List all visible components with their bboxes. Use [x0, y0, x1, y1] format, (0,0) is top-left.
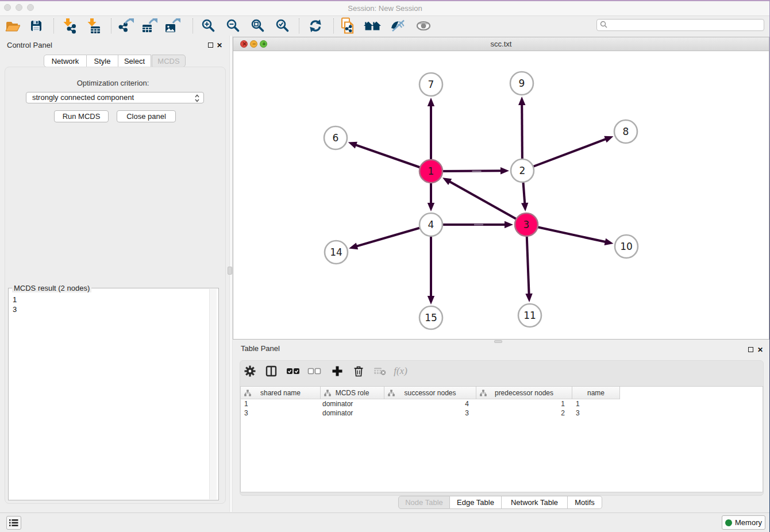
clone-network-icon[interactable] — [338, 17, 357, 34]
deselect-all-icon[interactable] — [306, 363, 323, 380]
open-session-icon[interactable] — [3, 17, 22, 34]
table-panel-close-icon[interactable]: ✕ — [757, 347, 763, 353]
optimization-criterion-label: Optimization criterion: — [0, 79, 226, 87]
control-panel-title: Control Panel — [7, 41, 52, 49]
table-row[interactable]: 3dominator323 — [241, 408, 763, 418]
column-label: predecessor nodes — [495, 389, 553, 397]
graph-edge-arrowhead — [428, 296, 434, 304]
function-builder-icon[interactable]: f(x) — [392, 363, 409, 380]
graph-edge-arrowhead — [505, 221, 513, 228]
toolbar-separator — [53, 18, 54, 33]
close-window-button[interactable] — [4, 4, 11, 11]
graph-edge-label — [474, 224, 483, 225]
home-view-icon[interactable] — [363, 17, 382, 34]
tab-network-table[interactable]: Network Table — [502, 496, 568, 509]
graph-node-label: 4 — [428, 219, 434, 230]
network-graph-canvas[interactable]: 1234678910111415 — [233, 51, 769, 339]
column-header-shared-name[interactable]: shared name — [241, 387, 321, 399]
result-scrollbar[interactable] — [209, 289, 217, 499]
graph-node-label: 14 — [330, 246, 342, 258]
flow-icon — [480, 390, 487, 396]
table-rows: 1dominator4113dominator323 — [241, 399, 763, 418]
table-row[interactable]: 1dominator411 — [241, 399, 763, 408]
graph-node-label: 11 — [523, 310, 536, 321]
search-icon — [600, 21, 608, 31]
table-cell: 2 — [476, 408, 572, 418]
graph-node-label: 8 — [623, 126, 629, 137]
vertical-splitter-handle[interactable] — [228, 267, 232, 275]
close-panel-button[interactable]: Close panel — [117, 110, 176, 122]
graph-edge-arrowhead — [518, 97, 525, 105]
flow-icon — [324, 390, 331, 396]
toggle-panels-icon[interactable] — [263, 363, 280, 380]
table-cell: 3 — [241, 408, 321, 418]
network-minimize-button[interactable]: − — [250, 40, 257, 48]
toolbar-separator — [299, 18, 299, 33]
tab-network[interactable]: Network — [44, 55, 87, 67]
zoom-window-button[interactable] — [27, 4, 34, 11]
memory-button[interactable]: Memory — [722, 515, 765, 530]
table-panel-float-button[interactable] — [748, 347, 753, 352]
graph-edge-arrowhead — [349, 242, 358, 249]
graph-node-label: 6 — [333, 132, 339, 144]
control-panel-float-button[interactable] — [208, 43, 213, 48]
horizontal-splitter-handle[interactable] — [494, 340, 502, 343]
settings-gear-icon[interactable] — [241, 363, 259, 380]
mcds-result-box: MCDS result (2 nodes) 1 3 — [8, 288, 219, 500]
criterion-value: strongly connected component — [32, 93, 134, 102]
zoom-fit-icon[interactable] — [248, 17, 268, 34]
table-panel-title: Table Panel — [241, 344, 280, 353]
column-header-mcds-role[interactable]: MCDS role — [321, 387, 384, 399]
save-session-icon[interactable] — [26, 17, 46, 34]
refresh-view-icon[interactable] — [306, 17, 325, 34]
column-header-successor-nodes[interactable]: successor nodes — [384, 387, 476, 399]
graph-edge[interactable] — [449, 182, 526, 225]
tab-node-table[interactable]: Node Table — [398, 496, 450, 509]
control-panel-close-icon[interactable]: ✕ — [217, 43, 222, 48]
tab-mcds[interactable]: MCDS — [152, 55, 186, 67]
graph-edge[interactable] — [522, 139, 606, 171]
export-table-icon[interactable] — [140, 17, 159, 34]
tab-select[interactable]: Select — [118, 55, 151, 67]
column-header-predecessor-nodes[interactable]: predecessor nodes — [476, 387, 572, 399]
network-zoom-button[interactable]: + — [260, 40, 267, 48]
task-history-button[interactable] — [6, 516, 21, 530]
export-image-icon[interactable] — [163, 17, 182, 34]
preview-eye-icon[interactable] — [414, 17, 433, 34]
column-header-name[interactable]: name — [572, 387, 620, 399]
minimize-window-button[interactable] — [16, 4, 22, 11]
zoom-selected-icon[interactable] — [273, 17, 292, 34]
criterion-dropdown[interactable]: strongly connected component — [26, 92, 204, 103]
network-window-titlebar[interactable]: ✕ − + scc.txt — [233, 37, 769, 51]
graph-edge-arrowhead — [604, 136, 613, 143]
network-close-button[interactable]: ✕ — [240, 40, 248, 48]
tab-motifs[interactable]: Motifs — [568, 496, 602, 509]
delete-column-icon[interactable] — [350, 363, 367, 380]
zoom-in-icon[interactable] — [199, 17, 218, 34]
node-table: shared name MCDS role successor nodes pr… — [240, 386, 763, 492]
network-window-title: scc.txt — [233, 37, 769, 51]
delete-table-icon[interactable] — [371, 363, 388, 380]
show-hide-panel-icon[interactable] — [388, 17, 407, 34]
export-network-icon[interactable] — [117, 17, 136, 34]
table-cell: 3 — [384, 408, 476, 418]
graph-edge-arrowhead — [605, 238, 614, 245]
dropdown-stepper-icon — [194, 94, 200, 103]
table-cell: dominator — [321, 408, 384, 418]
graph-edge[interactable] — [526, 225, 606, 242]
tab-style[interactable]: Style — [87, 55, 118, 67]
search-input[interactable] — [596, 19, 764, 31]
import-table-icon[interactable] — [83, 17, 103, 34]
table-cell: dominator — [321, 399, 384, 408]
table-cell: 4 — [384, 399, 476, 408]
tab-edge-table[interactable]: Edge Table — [450, 496, 502, 509]
import-network-icon[interactable] — [59, 17, 79, 34]
graph-node-label: 2 — [519, 165, 526, 176]
add-column-icon[interactable] — [329, 363, 346, 380]
table-panel-tabs: Node Table Edge Table Network Table Moti… — [398, 496, 602, 509]
graph-node-label: 9 — [519, 78, 525, 89]
graph-edge-arrowhead — [521, 203, 528, 211]
select-all-icon[interactable] — [284, 363, 302, 380]
run-mcds-button[interactable]: Run MCDS — [54, 110, 109, 122]
zoom-out-icon[interactable] — [224, 17, 243, 34]
